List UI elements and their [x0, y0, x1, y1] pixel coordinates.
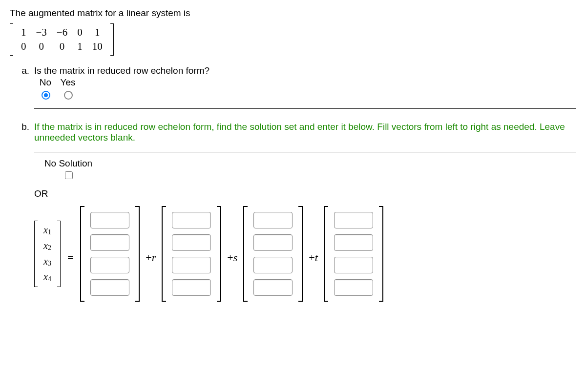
- vec-t-input-2[interactable]: [334, 234, 373, 251]
- r-vector: [162, 206, 221, 302]
- vec-s-input-2[interactable]: [253, 234, 293, 251]
- matrix-cell: −6: [52, 25, 72, 40]
- no-solution-label: No Solution: [34, 158, 103, 169]
- matrix-cell: −3: [31, 25, 52, 40]
- radio-label-no: No: [34, 77, 57, 88]
- vec1-input-1[interactable]: [90, 212, 129, 228]
- x-var: x1: [41, 223, 54, 238]
- vec1-input-3[interactable]: [90, 257, 129, 273]
- t-vector: [324, 206, 383, 302]
- vec-r-input-2[interactable]: [172, 234, 211, 251]
- matrix-cell: 0: [72, 25, 87, 40]
- vec-s-input-4[interactable]: [253, 279, 293, 296]
- vec1-input-4[interactable]: [90, 279, 129, 296]
- matrix-cell: 0: [52, 40, 72, 54]
- matrix-cell: 0: [31, 40, 52, 54]
- divider: [34, 108, 576, 109]
- vec1-input-2[interactable]: [90, 234, 129, 251]
- matrix-cell: 1: [87, 25, 107, 40]
- part-a-marker: a.: [10, 65, 34, 115]
- s-vector: [243, 206, 303, 302]
- part-b-marker: b.: [10, 122, 34, 311]
- vec-t-input-4[interactable]: [334, 279, 373, 296]
- param-r: +r: [145, 251, 157, 264]
- x-var: x3: [41, 254, 54, 269]
- part-a-question: Is the matrix in reduced row echelon for…: [34, 65, 576, 76]
- vec-r-input-4[interactable]: [172, 279, 211, 296]
- no-solution-checkbox[interactable]: [65, 171, 73, 179]
- equals-sign: =: [65, 251, 75, 264]
- vec-s-input-1[interactable]: [253, 212, 293, 228]
- radio-yes[interactable]: [64, 91, 73, 100]
- param-t: +t: [308, 251, 319, 264]
- x-vector: x1 x2 x3 x4: [34, 221, 61, 287]
- matrix-cell: 0: [16, 40, 31, 54]
- x-var: x4: [41, 269, 54, 285]
- radio-label-yes: Yes: [57, 77, 79, 88]
- problem-intro: The augmented matrix for a linear system…: [10, 8, 576, 19]
- vec-r-input-1[interactable]: [172, 212, 211, 228]
- or-label: OR: [34, 188, 576, 199]
- augmented-matrix: 1 −3 −6 0 1 0 0 0 1 10: [10, 23, 114, 56]
- x-var: x2: [41, 238, 54, 254]
- vec-s-input-3[interactable]: [253, 257, 293, 273]
- param-s: +s: [226, 251, 238, 264]
- vec-t-input-3[interactable]: [334, 257, 373, 273]
- matrix-cell: 10: [87, 40, 107, 54]
- matrix-cell: 1: [72, 40, 87, 54]
- vec-r-input-3[interactable]: [172, 257, 211, 273]
- part-b-prompt: If the matrix is in reduced row echelon …: [34, 122, 576, 143]
- matrix-cell: 1: [16, 25, 31, 40]
- radio-no[interactable]: [42, 91, 50, 100]
- divider: [34, 152, 576, 152]
- constant-vector: [80, 206, 140, 302]
- vec-t-input-1[interactable]: [334, 212, 373, 228]
